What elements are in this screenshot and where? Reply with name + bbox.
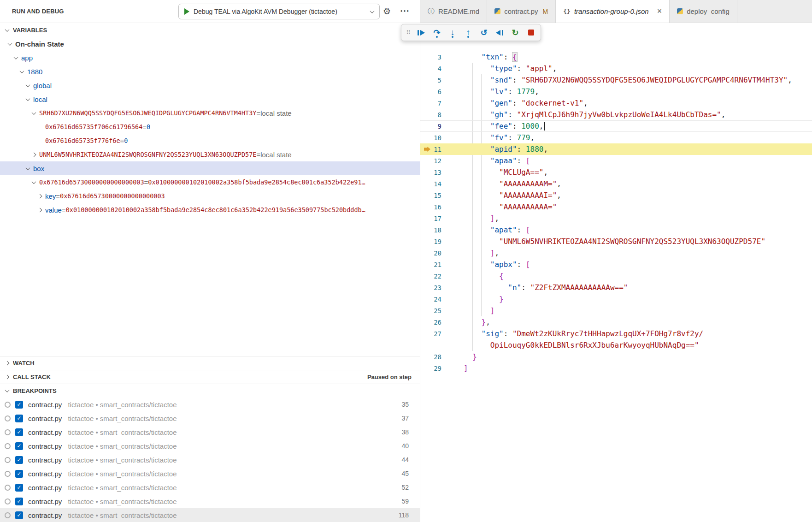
code-line[interactable]: 25 ]: [420, 305, 812, 316]
breakpoint-circle-icon[interactable]: [5, 415, 11, 421]
chevron-right-icon[interactable]: [32, 152, 36, 157]
breakpoint-circle-icon[interactable]: [5, 471, 11, 477]
code-line[interactable]: 14 "AAAAAAAAAM=",: [420, 178, 812, 190]
breakpoint-circle-icon[interactable]: [5, 512, 11, 518]
code-line[interactable]: OpiLouqyG0kkEDLBNlsr6RxXJbu6arKwyoyqHUbN…: [420, 339, 812, 351]
breakpoint-checkbox[interactable]: ✓: [15, 442, 23, 450]
breakpoint-row[interactable]: ✓contract.pytictactoe • smart_contracts/…: [0, 494, 420, 508]
tree-row[interactable]: 0x67616d65735f776f6e = 0: [0, 134, 420, 148]
breakpoint-circle-icon[interactable]: [5, 443, 11, 449]
tree-row[interactable]: SRH6D7XU2N6WQQ5SSYDQFG5ESO6JWEQIDPGLUGYC…: [0, 106, 420, 120]
chevron-down-icon[interactable]: [20, 69, 24, 73]
code-line[interactable]: 10 "fv": 779,: [420, 132, 812, 143]
step-into-button[interactable]: ↓: [446, 26, 459, 39]
tree-row[interactable]: local: [0, 92, 420, 106]
breakpoint-checkbox[interactable]: ✓: [15, 470, 23, 478]
chevron-down-icon[interactable]: [32, 110, 36, 115]
code-line[interactable]: 19 "UNML6W5NVHRIKTEOZAA4NI2SWQROSGNFNY2Q…: [420, 236, 812, 247]
chevron-down-icon[interactable]: [32, 179, 36, 184]
breakpoint-checkbox[interactable]: ✓: [15, 498, 23, 505]
more-actions-icon[interactable]: ⋯: [400, 0, 409, 21]
code-line[interactable]: 24 }: [420, 293, 812, 305]
chevron-right-icon[interactable]: [38, 208, 42, 212]
breakpoint-row[interactable]: ✓contract.pytictactoe • smart_contracts/…: [0, 480, 420, 494]
chevron-down-icon[interactable]: [26, 83, 30, 87]
watch-section-header[interactable]: WATCH: [0, 356, 420, 370]
breakpoint-row[interactable]: ✓contract.pytictactoe • smart_contracts/…: [0, 397, 420, 411]
chevron-down-icon[interactable]: [8, 41, 12, 46]
breakpoint-checkbox[interactable]: ✓: [15, 428, 23, 436]
code-line[interactable]: 20 ],: [420, 247, 812, 259]
code-line[interactable]: 3 "txn": {: [420, 51, 812, 63]
tree-row[interactable]: global: [0, 78, 420, 92]
code-line[interactable]: 23 "n": "Z2FtZXMAAAAAAAAAAw==": [420, 282, 812, 293]
code-line[interactable]: 22 {: [420, 270, 812, 282]
breakpoint-circle-icon[interactable]: [5, 498, 11, 504]
breakpoint-row[interactable]: ✓contract.pytictactoe • smart_contracts/…: [0, 508, 420, 522]
close-icon[interactable]: ×: [657, 6, 662, 16]
breakpoint-checkbox[interactable]: ✓: [15, 456, 23, 464]
continue-button[interactable]: [414, 26, 428, 39]
breakpoint-circle-icon[interactable]: [5, 457, 11, 463]
chevron-down-icon[interactable]: [14, 55, 18, 59]
code-line[interactable]: 17 ],: [420, 213, 812, 224]
breakpoint-checkbox[interactable]: ✓: [15, 401, 23, 409]
step-back-button[interactable]: ↺: [477, 26, 491, 39]
debug-config-dropdown[interactable]: Debug TEAL via AlgoKit AVM Debugger (tic…: [178, 4, 380, 19]
breakpoint-row[interactable]: ✓contract.pytictactoe • smart_contracts/…: [0, 453, 420, 467]
code-line[interactable]: 8 "gh": "XrjqMlCpJ6h9h7jyVw0bLvkpzUoWeIA…: [420, 109, 812, 120]
tree-row[interactable]: app: [0, 51, 420, 65]
code-line[interactable]: 15 "AAAAAAAAAI=",: [420, 190, 812, 201]
code-line[interactable]: 6 "lv": 1779,: [420, 86, 812, 97]
reverse-continue-button[interactable]: [493, 26, 506, 39]
variables-section-header[interactable]: VARIABLES: [0, 23, 420, 37]
tree-row[interactable]: 1880: [0, 65, 420, 78]
editor-pane[interactable]: 3 "txn": {4 "type": "appl",5 "snd": "SRH…: [420, 23, 812, 522]
chevron-down-icon[interactable]: [26, 96, 30, 101]
tree-row[interactable]: On-chain State: [0, 37, 420, 51]
start-debug-icon[interactable]: [184, 8, 189, 15]
tab-readme-md[interactable]: ⓘREADME.md: [420, 0, 487, 23]
tab-transaction-group-0-json[interactable]: {}transaction-group-0.json×: [556, 0, 670, 23]
call-stack-section-header[interactable]: CALL STACK Paused on step: [0, 370, 420, 384]
tab-deploy-config[interactable]: deploy_config: [670, 0, 737, 23]
code-line[interactable]: 28 }: [420, 351, 812, 362]
breakpoint-circle-icon[interactable]: [5, 429, 11, 435]
tab-contract-py[interactable]: contract.pyM: [487, 0, 556, 23]
tree-row[interactable]: value = 0x010000000102010002a358bf5bada9…: [0, 203, 420, 217]
breakpoint-checkbox[interactable]: ✓: [15, 511, 23, 519]
chevron-right-icon[interactable]: [38, 194, 42, 198]
code-line[interactable]: 29]: [420, 362, 812, 374]
stop-button[interactable]: [524, 26, 538, 39]
tree-row[interactable]: UNML6W5NVHRIKTEOZAA4NI2SWQROSGNFNY2QS523…: [0, 148, 420, 161]
tree-row[interactable]: key = 0x67616d65730000000000000003: [0, 189, 420, 203]
breakpoint-row[interactable]: ✓contract.pytictactoe • smart_contracts/…: [0, 425, 420, 439]
restart-button[interactable]: ↻: [508, 26, 522, 39]
breakpoint-row[interactable]: ✓contract.pytictactoe • smart_contracts/…: [0, 411, 420, 425]
code-line[interactable]: 11 "apid": 1880,: [420, 143, 812, 155]
breakpoint-circle-icon[interactable]: [5, 402, 11, 408]
breakpoints-section-header[interactable]: BREAKPOINTS: [0, 384, 420, 397]
code-line[interactable]: 16 "AAAAAAAAAA=": [420, 201, 812, 213]
code-line[interactable]: 18 "apat": [: [420, 224, 812, 236]
breakpoint-circle-icon[interactable]: [5, 485, 11, 491]
code-line[interactable]: 21 "apbx": [: [420, 259, 812, 270]
code-line[interactable]: 13 "MCLUgA==",: [420, 166, 812, 178]
tree-row[interactable]: box: [0, 161, 420, 175]
code-line[interactable]: 7 "gen": "dockernet-v1",: [420, 97, 812, 109]
code-line[interactable]: 12 "apaa": [: [420, 155, 812, 166]
code-line[interactable]: 5 "snd": "SRH6D7XU2N6WQQ5SSYDQFG5ESO6JWE…: [420, 74, 812, 86]
tree-row[interactable]: 0x67616d65735f706c61796564 = 0: [0, 120, 420, 134]
code-line[interactable]: 9 "fee": 1000,: [420, 120, 812, 132]
breakpoint-row[interactable]: ✓contract.pytictactoe • smart_contracts/…: [0, 467, 420, 480]
tree-row[interactable]: 0x67616d65730000000000000003 = 0x0100000…: [0, 175, 420, 189]
breakpoint-checkbox[interactable]: ✓: [15, 415, 23, 422]
step-out-button[interactable]: ↑: [461, 26, 475, 39]
code-line[interactable]: 4 "type": "appl",: [420, 63, 812, 74]
gear-icon[interactable]: ⚙: [383, 0, 391, 23]
breakpoint-row[interactable]: ✓contract.pytictactoe • smart_contracts/…: [0, 439, 420, 453]
code-line[interactable]: 27 "sig": "DmeWt2zKUkRryc7tHHHapwzLgqUX+…: [420, 328, 812, 339]
breakpoint-checkbox[interactable]: ✓: [15, 484, 23, 492]
code-line[interactable]: 26 },: [420, 316, 812, 328]
chevron-down-icon[interactable]: [26, 166, 30, 170]
